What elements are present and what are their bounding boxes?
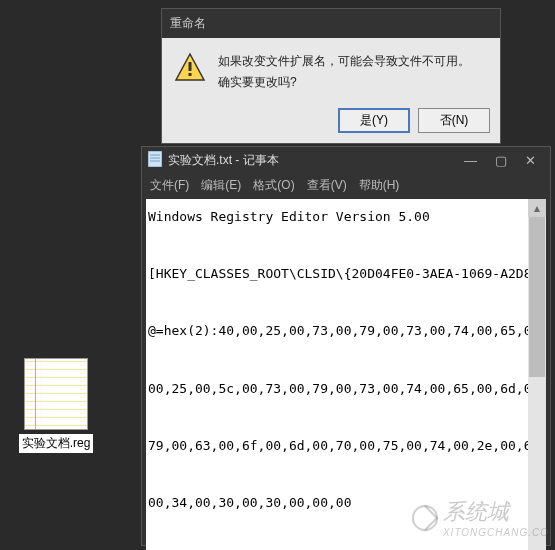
svg-rect-3 (148, 151, 162, 167)
scroll-thumb[interactable] (529, 217, 545, 377)
svg-rect-2 (189, 73, 192, 76)
menu-file[interactable]: 文件(F) (150, 177, 189, 194)
notepad-content-area: Windows Registry Editor Version 5.00 [HK… (146, 199, 546, 550)
notepad-titlebar[interactable]: 实验文档.txt - 记事本 — ▢ ✕ (142, 147, 550, 174)
dialog-button-row: 是(Y) 否(N) (162, 102, 500, 143)
notepad-title: 实验文档.txt - 记事本 (168, 152, 464, 169)
svg-rect-1 (189, 62, 192, 71)
menu-view[interactable]: 查看(V) (307, 177, 347, 194)
reg-file-icon (24, 358, 88, 430)
notepad-menubar: 文件(F) 编辑(E) 格式(O) 查看(V) 帮助(H) (142, 174, 550, 197)
scroll-up-arrow[interactable]: ▴ (528, 199, 546, 217)
dialog-title: 重命名 (162, 9, 500, 38)
dialog-message-line2: 确实要更改吗? (218, 73, 470, 92)
close-button[interactable]: ✕ (525, 153, 536, 168)
menu-help[interactable]: 帮助(H) (359, 177, 400, 194)
dialog-message: 如果改变文件扩展名，可能会导致文件不可用。 确实要更改吗? (218, 52, 470, 92)
warning-icon (174, 52, 206, 84)
menu-edit[interactable]: 编辑(E) (201, 177, 241, 194)
dialog-body: 如果改变文件扩展名，可能会导致文件不可用。 确实要更改吗? (162, 38, 500, 102)
notepad-text-content[interactable]: Windows Registry Editor Version 5.00 [HK… (146, 199, 528, 550)
minimize-button[interactable]: — (464, 153, 477, 168)
window-controls: — ▢ ✕ (464, 153, 536, 168)
no-button[interactable]: 否(N) (418, 108, 490, 133)
menu-format[interactable]: 格式(O) (253, 177, 294, 194)
vertical-scrollbar[interactable]: ▴ ▾ (528, 199, 546, 550)
yes-button[interactable]: 是(Y) (338, 108, 410, 133)
dialog-message-line1: 如果改变文件扩展名，可能会导致文件不可用。 (218, 52, 470, 71)
maximize-button[interactable]: ▢ (495, 153, 507, 168)
rename-dialog: 重命名 如果改变文件扩展名，可能会导致文件不可用。 确实要更改吗? 是(Y) 否… (161, 8, 501, 144)
file-label[interactable]: 实验文档.reg (19, 434, 94, 453)
notepad-window: 实验文档.txt - 记事本 — ▢ ✕ 文件(F) 编辑(E) 格式(O) 查… (141, 146, 551, 546)
desktop-file[interactable]: 实验文档.reg (14, 358, 98, 453)
notepad-app-icon (148, 151, 162, 170)
